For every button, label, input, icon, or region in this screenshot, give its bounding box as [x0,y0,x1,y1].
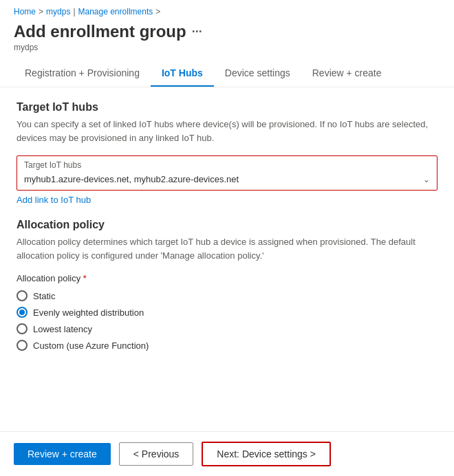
radio-circle-evenly-weighted [17,307,28,318]
target-iot-hubs-value: myhub1.azure-devices.net, myhub2.azure-d… [24,174,239,184]
radio-static[interactable]: Static [17,290,437,301]
breadcrumb-home[interactable]: Home [14,7,36,17]
tab-registration[interactable]: Registration + Provisioning [14,61,151,87]
main-content: Target IoT hubs You can specify a set of… [0,87,454,365]
tab-iot-hubs[interactable]: IoT Hubs [151,61,214,87]
page-header: Add enrollment group ··· mydps [0,19,454,61]
previous-button[interactable]: < Previous [119,442,194,466]
page-subtitle: mydps [14,43,440,52]
target-iot-hubs-dropdown[interactable]: myhub1.azure-devices.net, myhub2.azure-d… [17,171,437,190]
add-link-to-iot-hub[interactable]: Add link to IoT hub [17,195,91,205]
radio-evenly-weighted[interactable]: Evenly weighted distribution [17,307,437,318]
radio-label-custom: Custom (use Azure Function) [33,340,149,351]
tab-device-settings[interactable]: Device settings [214,61,301,87]
next-device-settings-button[interactable]: Next: Device settings > [202,442,331,466]
chevron-down-icon: ⌄ [423,175,430,184]
radio-circle-static [17,290,28,301]
allocation-section-desc: Allocation policy determines which targe… [17,235,437,262]
radio-custom[interactable]: Custom (use Azure Function) [17,340,437,351]
footer: Review + create < Previous Next: Device … [0,431,454,476]
breadcrumb-mydps[interactable]: mydps [46,7,70,17]
breadcrumb: Home > mydps | Manage enrollments > [0,0,454,19]
target-section-desc: You can specify a set of linked IoT hubs… [17,118,437,144]
radio-label-evenly-weighted: Evenly weighted distribution [33,307,144,318]
radio-label-lowest-latency: Lowest latency [33,324,92,334]
radio-circle-lowest-latency [17,323,28,334]
radio-label-static: Static [33,291,56,301]
allocation-policy-label: Allocation policy * [17,273,437,283]
allocation-section-title: Allocation policy [17,219,437,231]
allocation-policy-section: Allocation policy Allocation policy dete… [17,219,437,351]
radio-lowest-latency[interactable]: Lowest latency [17,323,437,334]
review-create-button[interactable]: Review + create [14,443,111,465]
page-ellipsis-button[interactable]: ··· [192,25,202,39]
allocation-policy-radio-group: Static Evenly weighted distribution Lowe… [17,290,437,351]
tab-bar: Registration + Provisioning IoT Hubs Dev… [0,61,454,87]
required-mark: * [83,273,87,283]
breadcrumb-sep-3: > [155,7,160,17]
page-title-row: Add enrollment group ··· [14,22,440,41]
target-iot-hubs-select-wrapper: Target IoT hubs myhub1.azure-devices.net… [17,155,437,191]
breadcrumb-manage-enrollments[interactable]: Manage enrollments [78,7,153,17]
page-title: Add enrollment group [14,22,186,41]
breadcrumb-sep-2: | [73,7,75,17]
target-iot-hubs-label: Target IoT hubs [17,156,437,171]
breadcrumb-sep-1: > [39,7,43,17]
target-section-title: Target IoT hubs [17,101,437,113]
tab-review-create[interactable]: Review + create [301,61,393,87]
radio-circle-custom [17,340,28,351]
